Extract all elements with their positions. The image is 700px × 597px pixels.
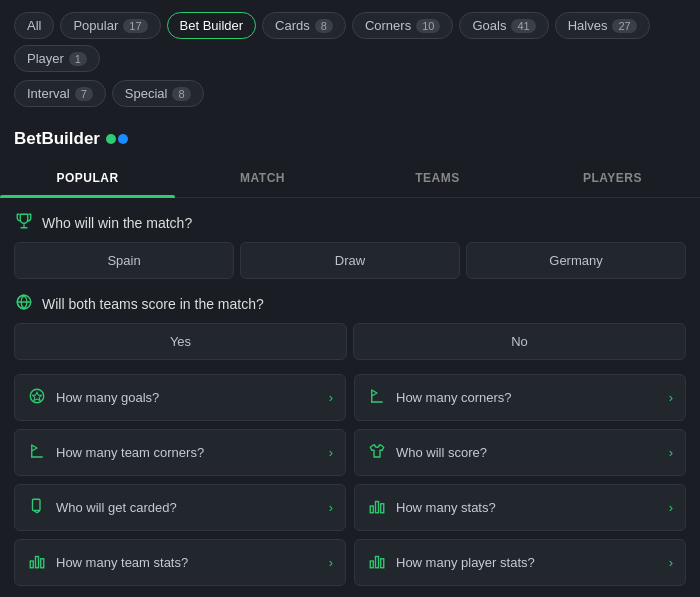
badge-dot-green [106, 134, 116, 144]
filter-label: Special [125, 86, 168, 101]
badge-dot-blue [118, 134, 128, 144]
filter-count: 27 [612, 19, 636, 33]
grid-item-team-stats[interactable]: How many team stats? › [14, 539, 346, 586]
filter-label: Cards [275, 18, 310, 33]
arrow-right-icon-8: › [669, 555, 673, 570]
grid-item-player-stats[interactable]: How many player stats? › [354, 539, 686, 586]
filter-label: Goals [472, 18, 506, 33]
arrow-right-icon-6: › [669, 500, 673, 515]
filter-tab-cards[interactable]: Cards8 [262, 12, 346, 39]
svg-rect-5 [376, 502, 379, 513]
svg-rect-8 [36, 557, 39, 568]
filter-count: 8 [315, 19, 333, 33]
grid-item-stats[interactable]: How many stats? › [354, 484, 686, 531]
svg-rect-9 [41, 559, 44, 568]
filter-tab-special[interactable]: Special8 [112, 80, 204, 107]
filter-label: Popular [73, 18, 118, 33]
brand-title: BetBuilder [14, 129, 100, 149]
team-corner-icon [27, 442, 47, 463]
filter-count: 1 [69, 52, 87, 66]
svg-rect-4 [370, 506, 373, 513]
arrow-right-icon-5: › [329, 500, 333, 515]
filter-tab-popular[interactable]: Popular17 [60, 12, 160, 39]
option-draw[interactable]: Draw [240, 242, 460, 279]
filter-count: 41 [511, 19, 535, 33]
grid-item-carded[interactable]: Who will get carded? › [14, 484, 346, 531]
svg-rect-7 [30, 561, 33, 568]
brand-badge [106, 134, 128, 144]
player-stats-icon [367, 552, 387, 573]
filter-count: 8 [172, 87, 190, 101]
card-icon [27, 497, 47, 518]
question-2-text: Will both teams score in the match? [42, 296, 264, 312]
tab-match[interactable]: MATCH [175, 159, 350, 197]
filter-label: Bet Builder [180, 18, 244, 33]
filter-label: Corners [365, 18, 411, 33]
grid-item-scorer-label: Who will score? [396, 445, 487, 460]
svg-marker-2 [33, 392, 42, 400]
question-1-text: Who will win the match? [42, 215, 192, 231]
filter-tab-corners[interactable]: Corners10 [352, 12, 454, 39]
filter-label: Interval [27, 86, 70, 101]
stats-icon [367, 497, 387, 518]
grid-item-goals-label: How many goals? [56, 390, 159, 405]
corner-flag-icon [367, 387, 387, 408]
option-yes[interactable]: Yes [14, 323, 347, 360]
question-2-options: Yes No [14, 323, 686, 360]
arrow-right-icon-3: › [329, 445, 333, 460]
filter-tab-player[interactable]: Player1 [14, 45, 100, 72]
grid-item-team-corners-label: How many team corners? [56, 445, 204, 460]
arrow-right-icon-4: › [669, 445, 673, 460]
tab-teams[interactable]: TEAMS [350, 159, 525, 197]
question-1-label: Who will win the match? [14, 212, 686, 234]
filter-tab-halves[interactable]: Halves27 [555, 12, 650, 39]
grid-item-team-corners[interactable]: How many team corners? › [14, 429, 346, 476]
shirt-icon [367, 442, 387, 463]
svg-rect-3 [33, 499, 41, 510]
svg-rect-6 [381, 504, 384, 513]
filter-tab-all[interactable]: All [14, 12, 54, 39]
grid-item-corners-label: How many corners? [396, 390, 512, 405]
question-1-options: Spain Draw Germany [14, 242, 686, 279]
grid-item-goals[interactable]: How many goals? › [14, 374, 346, 421]
question-1-section: Who will win the match? Spain Draw Germa… [14, 212, 686, 279]
second-filters: Interval7Special8 [0, 80, 700, 119]
grid-item-carded-label: Who will get carded? [56, 500, 177, 515]
grid-item-scorer[interactable]: Who will score? › [354, 429, 686, 476]
grid-item-corners[interactable]: How many corners? › [354, 374, 686, 421]
option-germany[interactable]: Germany [466, 242, 686, 279]
filter-tab-goals[interactable]: Goals41 [459, 12, 548, 39]
grid-item-stats-label: How many stats? [396, 500, 496, 515]
svg-rect-12 [381, 559, 384, 568]
soccer-icon [27, 387, 47, 408]
both-score-icon [14, 293, 34, 315]
filter-label: Halves [568, 18, 608, 33]
question-2-label: Will both teams score in the match? [14, 293, 686, 315]
svg-rect-11 [376, 557, 379, 568]
filter-label: Player [27, 51, 64, 66]
filter-count: 7 [75, 87, 93, 101]
arrow-right-icon-2: › [669, 390, 673, 405]
team-stats-icon [27, 552, 47, 573]
arrow-right-icon: › [329, 390, 333, 405]
grid-item-player-stats-label: How many player stats? [396, 555, 535, 570]
svg-rect-10 [370, 561, 373, 568]
main-tabs: POPULARMATCHTEAMSPLAYERS [0, 159, 700, 198]
grid-item-team-stats-label: How many team stats? [56, 555, 188, 570]
filter-count: 17 [123, 19, 147, 33]
grid-section: How many goals? › How many corners? › [14, 374, 686, 586]
brand-header: BetBuilder [0, 119, 700, 149]
filter-label: All [27, 18, 41, 33]
tab-players[interactable]: PLAYERS [525, 159, 700, 197]
tab-popular[interactable]: POPULAR [0, 159, 175, 197]
filter-tab-bet-builder[interactable]: Bet Builder [167, 12, 257, 39]
question-2-section: Will both teams score in the match? Yes … [14, 293, 686, 360]
option-spain[interactable]: Spain [14, 242, 234, 279]
option-no[interactable]: No [353, 323, 686, 360]
content: Who will win the match? Spain Draw Germa… [0, 198, 700, 597]
trophy-icon [14, 212, 34, 234]
top-filters: AllPopular17Bet BuilderCards8Corners10Go… [0, 0, 700, 80]
filter-count: 10 [416, 19, 440, 33]
filter-tab-interval[interactable]: Interval7 [14, 80, 106, 107]
arrow-right-icon-7: › [329, 555, 333, 570]
